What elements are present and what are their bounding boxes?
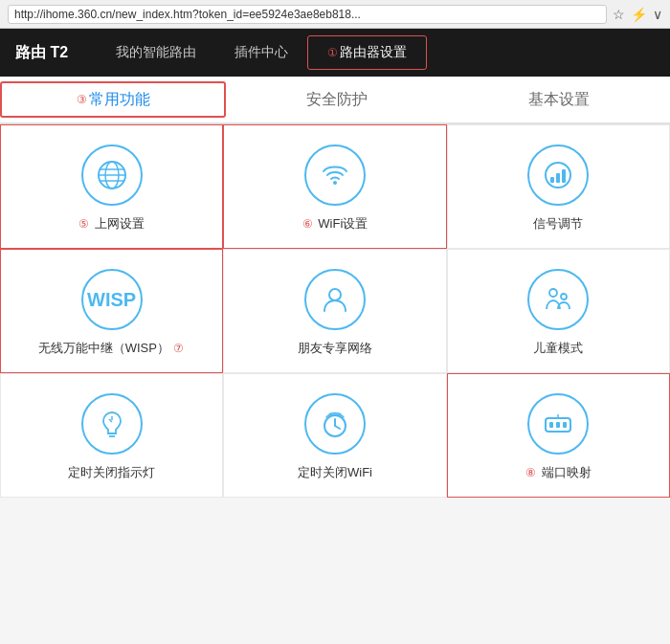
dropdown-icon[interactable]: ∨	[653, 7, 662, 22]
feature-friend-network[interactable]: 朋友专享网络	[223, 249, 446, 373]
feature-internet-settings[interactable]: ⑤ 上网设置	[0, 124, 223, 249]
sub-nav-common-label: 常用功能	[89, 90, 150, 110]
child-mode-label: 儿童模式	[533, 340, 583, 357]
nav-router-settings-number: ①	[327, 46, 338, 59]
timer-wifi-icon-circle	[304, 393, 366, 455]
wifi-icon	[318, 158, 352, 192]
feature-grid: ⑤ 上网设置 ⑥ WiFi设置	[0, 124, 670, 498]
svg-point-5	[333, 181, 337, 185]
feature-wisp[interactable]: WISP 无线万能中继（WISP） ⑦	[0, 249, 223, 373]
sub-nav-basic-label: 基本设置	[528, 90, 590, 110]
browser-bar: http://ihome.360.cn/new_index.htm?token_…	[0, 0, 670, 29]
signal-icon	[541, 158, 575, 192]
feature-timer-wifi[interactable]: 定时关闭WiFi	[223, 373, 446, 498]
wifi-icon-circle	[304, 144, 366, 206]
internet-settings-label: ⑤ 上网设置	[78, 215, 145, 233]
signal-adjust-label: 信号调节	[533, 215, 583, 233]
nav-my-router[interactable]: 我的智能路由	[97, 29, 215, 77]
person-icon	[318, 282, 352, 317]
child-icon-circle	[527, 269, 589, 330]
timer-wifi-icon	[318, 407, 352, 441]
lightning-icon: ⚡	[631, 7, 647, 22]
sub-nav-common[interactable]: ③ 常用功能	[0, 81, 226, 118]
svg-rect-21	[549, 422, 553, 428]
port-mapping-number: ⑧	[525, 466, 536, 479]
browser-url[interactable]: http://ihome.360.cn/new_index.htm?token_…	[8, 5, 607, 24]
svg-rect-23	[563, 422, 567, 428]
friend-network-label: 朋友专享网络	[298, 340, 372, 357]
feature-wifi-settings[interactable]: ⑥ WiFi设置	[223, 124, 446, 249]
bookmark-icon[interactable]: ☆	[613, 7, 625, 22]
port-icon-circle	[527, 393, 589, 455]
friend-icon-circle	[304, 269, 366, 330]
svg-point-12	[561, 294, 567, 300]
sub-nav-basic[interactable]: 基本设置	[448, 76, 670, 123]
nav-router-settings[interactable]: ① 路由器设置	[307, 35, 427, 70]
wisp-number: ⑦	[173, 342, 184, 355]
timer-wifi-label: 定时关闭WiFi	[298, 464, 372, 481]
main-content: 家用路由器网 www.jiayongluyou.com www.jiayongl…	[0, 124, 670, 498]
feature-port-mapping[interactable]: ⑧ 端口映射	[447, 373, 670, 498]
feature-signal-adjust[interactable]: 信号调节	[447, 124, 670, 249]
signal-icon-circle	[527, 144, 589, 206]
svg-line-19	[335, 426, 340, 429]
wifi-settings-number: ⑥	[302, 217, 313, 231]
timer-light-label: 定时关闭指示灯	[68, 464, 155, 481]
feature-child-mode[interactable]: 儿童模式	[447, 249, 670, 373]
sub-nav-security[interactable]: 安全防护	[226, 76, 448, 123]
browser-icons: ☆ ⚡ ∨	[613, 7, 662, 22]
svg-rect-22	[556, 422, 560, 428]
bulb-icon-circle	[81, 393, 143, 455]
svg-point-11	[549, 289, 557, 297]
svg-rect-8	[556, 173, 560, 183]
nav-plugins[interactable]: 插件中心	[215, 29, 307, 77]
top-nav: 路由 T2 我的智能路由 插件中心 ① 路由器设置	[0, 29, 670, 77]
globe-icon	[95, 158, 129, 192]
wifi-settings-label: ⑥ WiFi设置	[302, 215, 368, 233]
feature-timer-light[interactable]: 定时关闭指示灯	[0, 373, 223, 498]
nav-brand: 路由 T2	[15, 43, 68, 63]
internet-icon-circle	[81, 144, 143, 206]
nav-router-settings-label: 路由器设置	[340, 44, 407, 61]
sub-nav-security-label: 安全防护	[306, 90, 368, 110]
internet-settings-number: ⑤	[78, 217, 89, 231]
bulb-icon	[95, 407, 129, 441]
port-icon	[541, 407, 575, 441]
child-icon	[541, 282, 575, 317]
sub-nav-common-number: ③	[77, 93, 87, 106]
svg-rect-9	[562, 169, 566, 183]
svg-rect-7	[550, 177, 554, 183]
wisp-text: WISP	[87, 289, 136, 311]
port-mapping-label: ⑧ 端口映射	[525, 464, 592, 481]
svg-point-10	[329, 289, 341, 300]
sub-nav: ③ 常用功能 安全防护 基本设置	[0, 77, 670, 124]
wisp-label: 无线万能中继（WISP） ⑦	[38, 340, 186, 357]
wisp-icon-circle: WISP	[81, 269, 143, 330]
